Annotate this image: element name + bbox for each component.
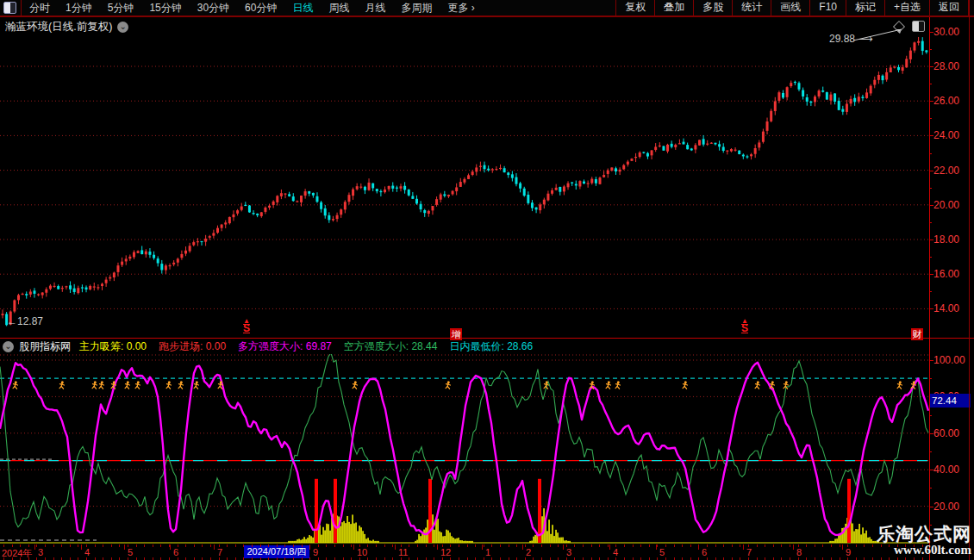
time-axis-month-label[interactable]: 3 bbox=[38, 547, 43, 557]
minor-tick bbox=[53, 544, 54, 547]
minor-tick bbox=[302, 544, 303, 547]
minor-tick bbox=[20, 544, 21, 547]
runner-icon bbox=[353, 381, 357, 389]
price-axis-label: 22.00 bbox=[933, 165, 959, 177]
toolbar-button-F10[interactable]: F10 bbox=[809, 0, 846, 16]
minor-tick bbox=[864, 544, 865, 547]
period-button-更多 ›[interactable]: 更多 › bbox=[440, 0, 482, 16]
period-button-30分钟[interactable]: 30分钟 bbox=[190, 0, 237, 16]
minor-tick bbox=[682, 544, 683, 547]
minor-tick bbox=[608, 544, 609, 547]
minor-tick bbox=[70, 544, 71, 547]
time-axis-month-label[interactable]: 6 bbox=[702, 547, 707, 557]
period-button-60分钟[interactable]: 60分钟 bbox=[237, 0, 284, 16]
time-axis-month-label[interactable]: 6 bbox=[173, 547, 178, 557]
toolbar-button-叠加[interactable]: 叠加 bbox=[654, 0, 693, 16]
minor-tick bbox=[169, 544, 170, 547]
indicator-axis-minor-tick bbox=[929, 451, 932, 452]
toolbar-button-画线[interactable]: 画线 bbox=[771, 0, 809, 16]
period-button-分时[interactable]: 分时 bbox=[22, 0, 58, 16]
low-price-annotation: ←12.87 bbox=[7, 315, 43, 327]
time-axis-month-label[interactable]: 12 bbox=[440, 547, 451, 557]
indicator-axis-minor-tick bbox=[929, 378, 932, 379]
chevron-down-icon[interactable]: ⌄ bbox=[3, 341, 14, 352]
time-axis-month-label[interactable]: 7 bbox=[746, 547, 752, 557]
minor-tick bbox=[715, 544, 716, 547]
time-axis-month-label[interactable]: 8 bbox=[796, 547, 802, 557]
time-axis-month-label[interactable]: 1 bbox=[485, 547, 490, 557]
minor-tick bbox=[698, 544, 699, 547]
top-toolbar: 分时1分钟5分钟15分钟30分钟60分钟日线周线月线多周期更多 › 复权叠加多股… bbox=[0, 0, 974, 17]
minor-tick bbox=[111, 544, 112, 547]
time-axis-month-label[interactable]: 4 bbox=[84, 547, 90, 557]
runner-icon bbox=[911, 381, 915, 389]
up-triangle-icon: ▲ bbox=[241, 319, 252, 324]
minor-tick bbox=[723, 544, 724, 547]
runner-icon bbox=[135, 381, 140, 389]
time-axis-month-label[interactable]: 5 bbox=[128, 547, 133, 557]
time-axis-month-label[interactable]: 7 bbox=[217, 547, 222, 557]
dividend-marker: ▲S bbox=[740, 319, 750, 333]
layout-pane-icon[interactable] bbox=[3, 2, 16, 14]
period-button-周线[interactable]: 周线 bbox=[321, 0, 357, 16]
toolbar-button-统计[interactable]: 统计 bbox=[732, 0, 771, 16]
chevron-down-icon[interactable]: ⌄ bbox=[117, 22, 128, 33]
time-axis-month-label[interactable]: 9 bbox=[846, 547, 851, 557]
period-button-1分钟[interactable]: 1分钟 bbox=[58, 0, 100, 16]
period-button-5分钟[interactable]: 5分钟 bbox=[100, 0, 142, 16]
time-axis-month-label[interactable]: 11 bbox=[398, 547, 408, 557]
time-axis-month-label[interactable]: 10 bbox=[357, 547, 367, 557]
toolbar-button-标记[interactable]: 标记 bbox=[846, 0, 884, 16]
selected-date-badge[interactable]: 2024/07/18/四 bbox=[244, 545, 309, 558]
minor-tick bbox=[28, 544, 29, 547]
toolbar-button-返回[interactable]: 返回 bbox=[929, 0, 969, 16]
runner-icon bbox=[770, 381, 774, 389]
split-pane-icon[interactable] bbox=[912, 21, 925, 32]
time-axis-month-label[interactable]: 9 bbox=[313, 547, 318, 557]
month-tick bbox=[563, 544, 564, 550]
time-axis[interactable]: 2024/07/18/四 2024年345679101112123456789 bbox=[0, 544, 929, 560]
period-button-15分钟[interactable]: 15分钟 bbox=[141, 0, 189, 16]
month-tick bbox=[124, 544, 125, 550]
time-axis-month-label[interactable]: 4 bbox=[613, 547, 618, 557]
runner-icon bbox=[755, 381, 759, 389]
minor-tick bbox=[550, 544, 551, 547]
runner-icon bbox=[111, 381, 116, 389]
month-tick bbox=[34, 544, 35, 550]
indicator-chart[interactable] bbox=[0, 354, 929, 544]
event-badge-财[interactable]: 财 bbox=[911, 328, 923, 340]
minor-tick bbox=[822, 544, 823, 547]
minor-tick bbox=[566, 544, 567, 547]
price-axis-tick bbox=[929, 101, 933, 102]
toolbar-button-复权[interactable]: 复权 bbox=[615, 0, 654, 16]
month-tick bbox=[214, 544, 215, 550]
candlestick-chart bbox=[0, 17, 929, 338]
toolbar-button-+自选[interactable]: +自选 bbox=[884, 0, 929, 16]
minor-tick bbox=[243, 544, 244, 547]
price-axis-minor-tick bbox=[929, 222, 932, 223]
time-axis-month-label[interactable]: 2 bbox=[526, 547, 531, 557]
minor-tick bbox=[144, 544, 145, 547]
period-button-月线[interactable]: 月线 bbox=[357, 0, 393, 16]
time-axis-month-label[interactable]: 5 bbox=[659, 547, 665, 557]
price-axis-label: 20.00 bbox=[933, 199, 959, 211]
main-chart-area[interactable] bbox=[0, 17, 929, 338]
period-button-多周期[interactable]: 多周期 bbox=[393, 0, 440, 16]
minor-tick bbox=[194, 544, 195, 547]
up-triangle-icon: ▲ bbox=[740, 319, 750, 324]
price-axis-label: 28.00 bbox=[933, 60, 959, 72]
minor-tick bbox=[318, 544, 319, 547]
diamond-icon[interactable] bbox=[893, 20, 905, 32]
indicator-field-主力吸筹: 主力吸筹: 0.00 bbox=[79, 339, 147, 354]
month-tick bbox=[842, 544, 843, 550]
time-axis-month-label[interactable]: 3 bbox=[566, 547, 571, 557]
period-button-日线[interactable]: 日线 bbox=[284, 0, 321, 16]
right-edge-divider bbox=[969, 0, 970, 560]
minor-tick bbox=[732, 544, 733, 547]
month-tick bbox=[793, 544, 794, 550]
indicator-field-日内最低价: 日内最低价: 28.66 bbox=[449, 339, 533, 354]
toolbar-button-多股[interactable]: 多股 bbox=[693, 0, 732, 16]
month-tick bbox=[395, 544, 396, 550]
runner-icon bbox=[683, 381, 687, 389]
minor-tick bbox=[442, 544, 443, 547]
